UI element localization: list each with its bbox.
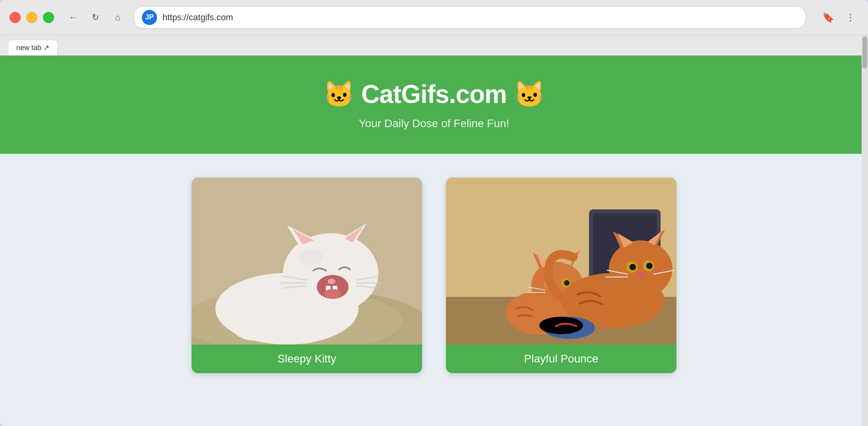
svg-point-22 [299,249,323,265]
svg-point-13 [327,279,335,284]
back-icon: ← [69,12,78,23]
refresh-icon: ↻ [92,12,99,23]
browser-window: ← ↻ ⌂ JP https://catgifs.com 🔖 ⋮ [0,0,868,426]
svg-point-37 [564,280,570,286]
browser-titlebar: ← ↻ ⌂ JP https://catgifs.com 🔖 ⋮ [0,0,868,35]
current-tab[interactable]: new tab ↗ [8,40,58,55]
scrollbar-thumb[interactable] [862,37,867,68]
cat-label-sleepy-kitty: Sleepy Kitty [192,345,422,373]
svg-point-45 [609,240,672,298]
svg-point-4 [283,233,378,313]
close-button[interactable] [10,12,21,23]
home-icon: ⌂ [115,12,120,23]
address-bar[interactable]: JP https://catgifs.com [134,6,806,29]
nav-buttons: ← ↻ ⌂ [65,10,126,25]
cat-card-playful-pounce[interactable]: Playful Pounce [446,178,676,373]
site-title: 🐱 CatGifs.com 🐱 [16,79,852,109]
back-button[interactable]: ← [65,10,81,25]
cat-label-playful-pounce: Playful Pounce [446,345,676,373]
svg-point-51 [630,264,636,270]
bookmark-icon: 🔖 [822,12,834,23]
content-area: Sleepy Kitty [0,154,868,397]
site-header: 🐱 CatGifs.com 🐱 Your Daily Dose of Felin… [0,56,868,154]
cat-image-playful-pounce [446,178,676,345]
user-avatar: JP [142,10,157,25]
svg-point-12 [324,289,341,298]
svg-point-59 [539,317,583,334]
svg-point-54 [637,272,645,278]
cat-image-sleepy-kitty [192,178,422,345]
more-options-button[interactable]: ⋮ [843,10,858,25]
svg-point-53 [646,263,653,269]
minimize-button[interactable] [26,12,37,23]
traffic-lights [10,12,54,23]
site-subtitle: Your Daily Dose of Feline Fun! [16,117,852,130]
scrollbar[interactable] [862,35,868,426]
tab-label: new tab ↗ [16,44,49,52]
tab-bar: new tab ↗ [0,35,868,56]
browser-actions: 🔖 ⋮ [820,10,858,25]
url-text: https://catgifs.com [163,12,798,23]
bookmark-button[interactable]: 🔖 [820,10,836,25]
cat-card-sleepy-kitty[interactable]: Sleepy Kitty [192,178,422,373]
maximize-button[interactable] [43,12,54,23]
home-button[interactable]: ⌂ [110,10,126,25]
svg-point-20 [233,317,277,341]
more-icon: ⋮ [846,12,855,23]
refresh-button[interactable]: ↻ [87,10,103,25]
svg-point-21 [283,321,323,344]
browser-content: 🐱 CatGifs.com 🐱 Your Daily Dose of Felin… [0,56,868,426]
